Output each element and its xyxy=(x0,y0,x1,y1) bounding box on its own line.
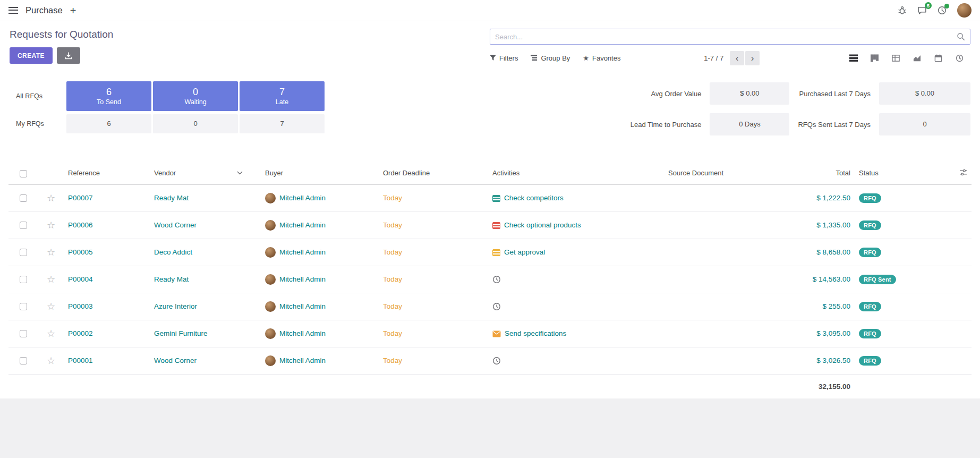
app-name-menu[interactable]: Purchase xyxy=(25,5,63,15)
select-all-checkbox[interactable] xyxy=(20,170,27,177)
row-vendor[interactable]: Ready Mat xyxy=(154,275,189,283)
kpi-my-to-send[interactable]: 6 xyxy=(66,114,151,133)
kpi-late-tile[interactable]: 7 Late xyxy=(240,81,325,111)
kpi-my-late[interactable]: 7 xyxy=(240,114,325,133)
row-checkbox[interactable] xyxy=(20,194,27,202)
row-reference[interactable]: P00002 xyxy=(68,329,93,337)
table-row[interactable]: ☆ P00001 Wood Corner Mitchell Admin Toda… xyxy=(8,347,972,374)
kpi-waiting-label: Waiting xyxy=(153,98,238,106)
activity-icon[interactable] xyxy=(492,357,501,365)
pager-previous-button[interactable]: ‹ xyxy=(730,51,744,65)
favorite-star-icon[interactable]: ☆ xyxy=(47,301,55,312)
table-row[interactable]: ☆ P00002 Gemini Furniture Mitchell Admin… xyxy=(8,320,972,347)
kpi-my-waiting[interactable]: 0 xyxy=(153,114,238,133)
table-header-row: Reference Vendor Buyer Order Deadline Ac… xyxy=(8,162,972,184)
favorite-star-icon[interactable]: ☆ xyxy=(47,355,55,366)
pager-next-button[interactable]: › xyxy=(745,51,760,65)
column-header-status[interactable]: Status xyxy=(855,162,923,184)
kpi-to-send-tile[interactable]: 6 To Send xyxy=(66,81,151,111)
row-checkbox[interactable] xyxy=(20,303,27,310)
row-reference[interactable]: P00005 xyxy=(68,248,93,256)
plus-icon[interactable]: + xyxy=(70,5,76,16)
activity-view-button[interactable] xyxy=(949,50,970,65)
activity-label[interactable]: Check optional products xyxy=(504,221,581,229)
row-vendor[interactable]: Deco Addict xyxy=(154,248,192,256)
export-button[interactable] xyxy=(57,47,80,64)
column-header-reference[interactable]: Reference xyxy=(64,162,150,184)
row-reference[interactable]: P00004 xyxy=(68,275,93,283)
kpi-waiting-tile[interactable]: 0 Waiting xyxy=(153,81,238,111)
column-header-source-document[interactable]: Source Document xyxy=(664,162,767,184)
activities-menu-icon[interactable] xyxy=(938,6,947,15)
favorite-star-icon[interactable]: ☆ xyxy=(47,328,55,339)
pivot-view-button[interactable] xyxy=(885,50,907,65)
filters-button[interactable]: Filters xyxy=(490,54,518,62)
activity-icon[interactable] xyxy=(492,249,500,256)
row-buyer[interactable]: Mitchell Admin xyxy=(279,275,326,283)
row-buyer[interactable]: Mitchell Admin xyxy=(279,329,326,337)
activity-icon[interactable] xyxy=(492,302,501,311)
row-checkbox[interactable] xyxy=(20,276,27,283)
column-header-vendor[interactable]: Vendor xyxy=(150,162,261,184)
row-checkbox[interactable] xyxy=(20,357,27,364)
group-by-button[interactable]: Group By xyxy=(531,54,570,62)
buyer-avatar xyxy=(265,193,276,203)
calendar-view-button[interactable] xyxy=(928,50,949,65)
optional-columns-button[interactable] xyxy=(959,170,967,178)
activity-label[interactable]: Send specifications xyxy=(505,329,566,337)
activity-icon[interactable] xyxy=(492,330,501,337)
row-vendor[interactable]: Wood Corner xyxy=(154,221,197,229)
favorite-star-icon[interactable]: ☆ xyxy=(47,220,55,231)
favorite-star-icon[interactable]: ☆ xyxy=(47,274,55,285)
table-row[interactable]: ☆ P00007 Ready Mat Mitchell Admin Today … xyxy=(8,184,972,211)
row-vendor[interactable]: Wood Corner xyxy=(154,357,197,364)
activity-label[interactable]: Check competitors xyxy=(504,194,564,202)
table-row[interactable]: ☆ P00005 Deco Addict Mitchell Admin Toda… xyxy=(8,239,972,266)
row-vendor[interactable]: Gemini Furniture xyxy=(154,329,208,337)
activity-label[interactable]: Get approval xyxy=(504,248,545,256)
row-reference[interactable]: P00001 xyxy=(68,357,93,364)
row-vendor[interactable]: Ready Mat xyxy=(154,194,189,202)
column-header-total[interactable]: Total xyxy=(767,162,855,184)
activity-list-icon xyxy=(492,249,500,256)
graph-view-button[interactable] xyxy=(907,50,928,65)
activity-icon[interactable] xyxy=(492,222,500,229)
row-reference[interactable]: P00003 xyxy=(68,302,93,310)
kanban-view-button[interactable] xyxy=(864,50,885,65)
column-header-buyer[interactable]: Buyer xyxy=(261,162,379,184)
pager-range[interactable]: 1-7 / 7 xyxy=(704,54,723,62)
row-buyer[interactable]: Mitchell Admin xyxy=(279,248,326,256)
row-buyer[interactable]: Mitchell Admin xyxy=(279,302,326,310)
status-badge: RFQ xyxy=(859,193,881,203)
favorite-star-icon[interactable]: ☆ xyxy=(47,247,55,258)
row-buyer[interactable]: Mitchell Admin xyxy=(279,356,326,364)
debug-bug-icon[interactable] xyxy=(898,6,907,15)
rfq-list-view: Reference Vendor Buyer Order Deadline Ac… xyxy=(0,159,980,398)
table-row[interactable]: ☆ P00006 Wood Corner Mitchell Admin Toda… xyxy=(8,211,972,239)
column-header-order-deadline[interactable]: Order Deadline xyxy=(379,162,488,184)
activities-count-badge xyxy=(944,4,949,9)
activity-icon[interactable] xyxy=(492,275,501,284)
row-reference[interactable]: P00007 xyxy=(68,194,93,202)
activity-icon[interactable] xyxy=(492,195,500,202)
favorites-button[interactable]: ★ Favorites xyxy=(583,54,620,62)
row-vendor[interactable]: Azure Interior xyxy=(154,302,197,310)
apps-menu-icon[interactable] xyxy=(8,7,18,14)
table-row[interactable]: ☆ P00003 Azure Interior Mitchell Admin T… xyxy=(8,293,972,320)
control-panel-right: Filters Group By ★ Favorites xyxy=(490,29,970,65)
row-checkbox[interactable] xyxy=(20,330,27,337)
search-icon[interactable] xyxy=(957,32,965,41)
search-input[interactable] xyxy=(495,33,957,41)
favorite-star-icon[interactable]: ☆ xyxy=(47,193,55,203)
row-checkbox[interactable] xyxy=(20,249,27,256)
row-buyer[interactable]: Mitchell Admin xyxy=(279,220,326,228)
create-button[interactable]: CREATE xyxy=(10,47,53,64)
user-avatar[interactable] xyxy=(957,3,972,18)
list-view-button[interactable] xyxy=(843,50,864,65)
row-reference[interactable]: P00006 xyxy=(68,221,93,229)
messages-menu-icon[interactable]: 5 xyxy=(917,6,927,15)
column-header-activities[interactable]: Activities xyxy=(488,162,664,184)
table-row[interactable]: ☆ P00004 Ready Mat Mitchell Admin Today … xyxy=(8,266,972,293)
row-checkbox[interactable] xyxy=(20,222,27,229)
row-buyer[interactable]: Mitchell Admin xyxy=(279,193,326,201)
